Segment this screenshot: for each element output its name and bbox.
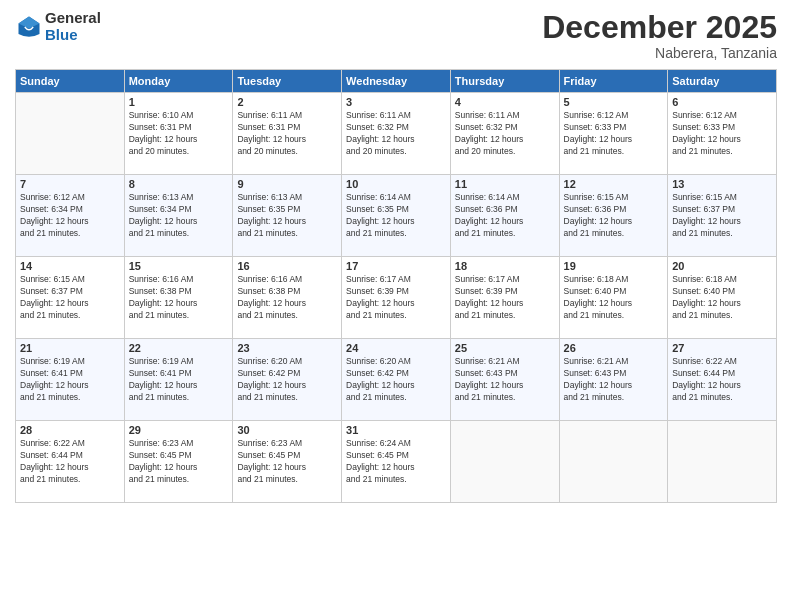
day-info: Sunrise: 6:16 AM Sunset: 6:38 PM Dayligh… (237, 274, 337, 322)
day-info: Sunrise: 6:15 AM Sunset: 6:36 PM Dayligh… (564, 192, 664, 240)
day-cell: 20Sunrise: 6:18 AM Sunset: 6:40 PM Dayli… (668, 257, 777, 339)
day-info: Sunrise: 6:15 AM Sunset: 6:37 PM Dayligh… (672, 192, 772, 240)
day-number: 27 (672, 342, 772, 354)
month-title: December 2025 (542, 10, 777, 45)
day-number: 7 (20, 178, 120, 190)
day-cell: 22Sunrise: 6:19 AM Sunset: 6:41 PM Dayli… (124, 339, 233, 421)
day-cell: 4Sunrise: 6:11 AM Sunset: 6:32 PM Daylig… (450, 93, 559, 175)
day-info: Sunrise: 6:19 AM Sunset: 6:41 PM Dayligh… (20, 356, 120, 404)
day-number: 18 (455, 260, 555, 272)
day-number: 10 (346, 178, 446, 190)
day-info: Sunrise: 6:20 AM Sunset: 6:42 PM Dayligh… (237, 356, 337, 404)
day-number: 12 (564, 178, 664, 190)
day-number: 26 (564, 342, 664, 354)
header: General Blue December 2025 Naberera, Tan… (15, 10, 777, 61)
day-cell: 16Sunrise: 6:16 AM Sunset: 6:38 PM Dayli… (233, 257, 342, 339)
day-info: Sunrise: 6:21 AM Sunset: 6:43 PM Dayligh… (455, 356, 555, 404)
day-cell: 24Sunrise: 6:20 AM Sunset: 6:42 PM Dayli… (342, 339, 451, 421)
day-info: Sunrise: 6:12 AM Sunset: 6:33 PM Dayligh… (564, 110, 664, 158)
day-cell: 26Sunrise: 6:21 AM Sunset: 6:43 PM Dayli… (559, 339, 668, 421)
day-number: 17 (346, 260, 446, 272)
day-number: 23 (237, 342, 337, 354)
day-number: 16 (237, 260, 337, 272)
day-number: 6 (672, 96, 772, 108)
day-number: 28 (20, 424, 120, 436)
day-cell: 3Sunrise: 6:11 AM Sunset: 6:32 PM Daylig… (342, 93, 451, 175)
day-info: Sunrise: 6:19 AM Sunset: 6:41 PM Dayligh… (129, 356, 229, 404)
day-cell: 31Sunrise: 6:24 AM Sunset: 6:45 PM Dayli… (342, 421, 451, 503)
day-cell: 29Sunrise: 6:23 AM Sunset: 6:45 PM Dayli… (124, 421, 233, 503)
day-number: 30 (237, 424, 337, 436)
day-cell (16, 93, 125, 175)
calendar-table: Sunday Monday Tuesday Wednesday Thursday… (15, 69, 777, 503)
header-sunday: Sunday (16, 70, 125, 93)
location-subtitle: Naberera, Tanzania (542, 45, 777, 61)
header-friday: Friday (559, 70, 668, 93)
day-number: 20 (672, 260, 772, 272)
day-info: Sunrise: 6:23 AM Sunset: 6:45 PM Dayligh… (129, 438, 229, 486)
day-number: 9 (237, 178, 337, 190)
day-info: Sunrise: 6:20 AM Sunset: 6:42 PM Dayligh… (346, 356, 446, 404)
day-cell: 13Sunrise: 6:15 AM Sunset: 6:37 PM Dayli… (668, 175, 777, 257)
day-number: 3 (346, 96, 446, 108)
day-info: Sunrise: 6:11 AM Sunset: 6:32 PM Dayligh… (346, 110, 446, 158)
day-cell: 17Sunrise: 6:17 AM Sunset: 6:39 PM Dayli… (342, 257, 451, 339)
logo-text: General Blue (45, 10, 101, 43)
calendar-header: Sunday Monday Tuesday Wednesday Thursday… (16, 70, 777, 93)
day-number: 11 (455, 178, 555, 190)
day-info: Sunrise: 6:24 AM Sunset: 6:45 PM Dayligh… (346, 438, 446, 486)
day-cell: 11Sunrise: 6:14 AM Sunset: 6:36 PM Dayli… (450, 175, 559, 257)
day-info: Sunrise: 6:15 AM Sunset: 6:37 PM Dayligh… (20, 274, 120, 322)
week-row-1: 7Sunrise: 6:12 AM Sunset: 6:34 PM Daylig… (16, 175, 777, 257)
logo: General Blue (15, 10, 101, 43)
day-number: 19 (564, 260, 664, 272)
day-number: 22 (129, 342, 229, 354)
day-info: Sunrise: 6:11 AM Sunset: 6:32 PM Dayligh… (455, 110, 555, 158)
week-row-2: 14Sunrise: 6:15 AM Sunset: 6:37 PM Dayli… (16, 257, 777, 339)
day-info: Sunrise: 6:13 AM Sunset: 6:35 PM Dayligh… (237, 192, 337, 240)
day-cell: 23Sunrise: 6:20 AM Sunset: 6:42 PM Dayli… (233, 339, 342, 421)
header-thursday: Thursday (450, 70, 559, 93)
week-row-4: 28Sunrise: 6:22 AM Sunset: 6:44 PM Dayli… (16, 421, 777, 503)
day-cell: 6Sunrise: 6:12 AM Sunset: 6:33 PM Daylig… (668, 93, 777, 175)
day-cell: 21Sunrise: 6:19 AM Sunset: 6:41 PM Dayli… (16, 339, 125, 421)
day-number: 24 (346, 342, 446, 354)
page: General Blue December 2025 Naberera, Tan… (0, 0, 792, 612)
day-info: Sunrise: 6:14 AM Sunset: 6:36 PM Dayligh… (455, 192, 555, 240)
day-info: Sunrise: 6:22 AM Sunset: 6:44 PM Dayligh… (672, 356, 772, 404)
day-info: Sunrise: 6:22 AM Sunset: 6:44 PM Dayligh… (20, 438, 120, 486)
day-cell: 8Sunrise: 6:13 AM Sunset: 6:34 PM Daylig… (124, 175, 233, 257)
day-cell: 30Sunrise: 6:23 AM Sunset: 6:45 PM Dayli… (233, 421, 342, 503)
day-info: Sunrise: 6:14 AM Sunset: 6:35 PM Dayligh… (346, 192, 446, 240)
day-info: Sunrise: 6:17 AM Sunset: 6:39 PM Dayligh… (346, 274, 446, 322)
day-cell: 2Sunrise: 6:11 AM Sunset: 6:31 PM Daylig… (233, 93, 342, 175)
day-cell: 28Sunrise: 6:22 AM Sunset: 6:44 PM Dayli… (16, 421, 125, 503)
day-number: 14 (20, 260, 120, 272)
day-number: 8 (129, 178, 229, 190)
day-cell: 10Sunrise: 6:14 AM Sunset: 6:35 PM Dayli… (342, 175, 451, 257)
header-wednesday: Wednesday (342, 70, 451, 93)
day-info: Sunrise: 6:18 AM Sunset: 6:40 PM Dayligh… (672, 274, 772, 322)
day-number: 15 (129, 260, 229, 272)
day-cell: 19Sunrise: 6:18 AM Sunset: 6:40 PM Dayli… (559, 257, 668, 339)
day-cell: 7Sunrise: 6:12 AM Sunset: 6:34 PM Daylig… (16, 175, 125, 257)
day-info: Sunrise: 6:21 AM Sunset: 6:43 PM Dayligh… (564, 356, 664, 404)
day-cell: 5Sunrise: 6:12 AM Sunset: 6:33 PM Daylig… (559, 93, 668, 175)
day-number: 2 (237, 96, 337, 108)
day-info: Sunrise: 6:12 AM Sunset: 6:34 PM Dayligh… (20, 192, 120, 240)
day-number: 31 (346, 424, 446, 436)
week-row-0: 1Sunrise: 6:10 AM Sunset: 6:31 PM Daylig… (16, 93, 777, 175)
logo-general-text: General (45, 10, 101, 27)
day-info: Sunrise: 6:17 AM Sunset: 6:39 PM Dayligh… (455, 274, 555, 322)
day-cell: 1Sunrise: 6:10 AM Sunset: 6:31 PM Daylig… (124, 93, 233, 175)
day-cell: 9Sunrise: 6:13 AM Sunset: 6:35 PM Daylig… (233, 175, 342, 257)
day-cell: 14Sunrise: 6:15 AM Sunset: 6:37 PM Dayli… (16, 257, 125, 339)
day-number: 21 (20, 342, 120, 354)
header-tuesday: Tuesday (233, 70, 342, 93)
day-number: 29 (129, 424, 229, 436)
day-info: Sunrise: 6:11 AM Sunset: 6:31 PM Dayligh… (237, 110, 337, 158)
day-info: Sunrise: 6:12 AM Sunset: 6:33 PM Dayligh… (672, 110, 772, 158)
day-cell (668, 421, 777, 503)
day-number: 25 (455, 342, 555, 354)
day-cell: 25Sunrise: 6:21 AM Sunset: 6:43 PM Dayli… (450, 339, 559, 421)
